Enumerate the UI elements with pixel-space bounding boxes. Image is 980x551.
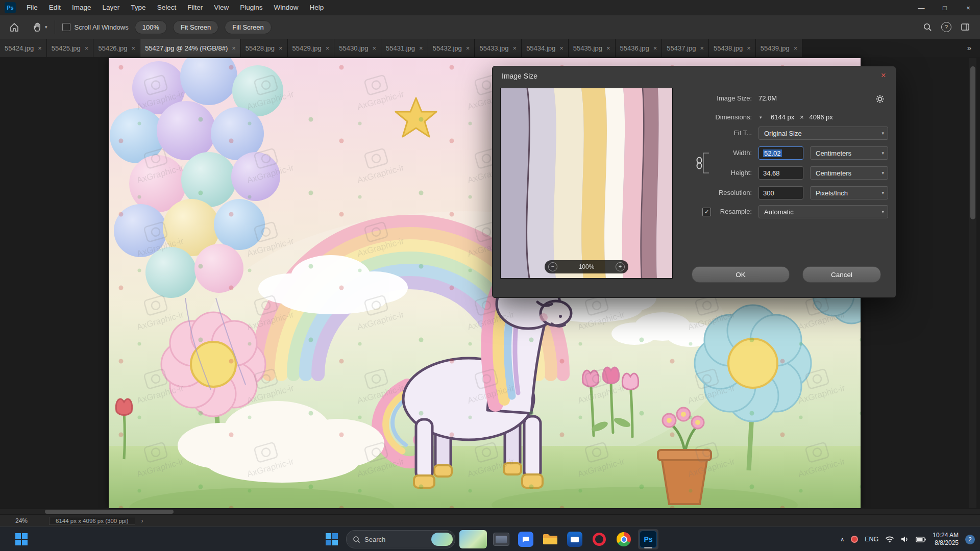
menu-image[interactable]: Image: [66, 0, 97, 15]
width-unit-select[interactable]: Centimeters ▾: [810, 146, 888, 160]
tab-55424[interactable]: 55424.jpg×: [0, 39, 47, 57]
zoom-out-button[interactable]: −: [548, 262, 557, 271]
tab-55429[interactable]: 55429.jpg×: [288, 39, 335, 57]
window-close-button[interactable]: ×: [957, 0, 980, 15]
tab-close-icon[interactable]: ×: [326, 44, 330, 52]
maximize-button[interactable]: □: [933, 0, 957, 15]
tab-close-icon[interactable]: ×: [513, 44, 517, 52]
width-input[interactable]: 52.02: [758, 146, 803, 160]
tab-55438[interactable]: 55438.jpg×: [709, 39, 756, 57]
tab-55426[interactable]: 55426.jpg×: [93, 39, 140, 57]
battery-icon[interactable]: [916, 537, 926, 542]
resolution-unit-select[interactable]: Pixels/Inch ▾: [810, 186, 888, 199]
resample-select[interactable]: Automatic ▾: [758, 205, 888, 218]
volume-icon[interactable]: [901, 536, 909, 543]
photoshop-app-icon[interactable]: Ps: [5, 2, 16, 13]
help-icon[interactable]: ?: [941, 22, 951, 32]
dimensions-dropdown-icon[interactable]: ▾: [760, 111, 762, 124]
taskbar-search-box[interactable]: Search: [346, 530, 455, 548]
menu-filter[interactable]: Filter: [182, 0, 208, 15]
file-explorer-button[interactable]: [540, 529, 560, 549]
tray-app-icon[interactable]: [851, 536, 858, 543]
menu-type[interactable]: Type: [125, 0, 151, 15]
tab-55435[interactable]: 55435.jpg×: [569, 39, 616, 57]
tab-close-icon[interactable]: ×: [372, 44, 376, 52]
tab-55427-active[interactable]: 55427.jpg @ 24% (RGB/8#)×: [140, 39, 241, 57]
photoshop-taskbar-button[interactable]: Ps: [638, 529, 658, 549]
tab-close-icon[interactable]: ×: [559, 44, 564, 52]
start-button[interactable]: [13, 531, 30, 547]
ok-button[interactable]: OK: [692, 266, 790, 283]
scroll-all-windows-checkbox[interactable]: [62, 23, 70, 31]
language-indicator[interactable]: ENG: [865, 536, 878, 543]
tab-close-icon[interactable]: ×: [85, 44, 89, 52]
fit-to-select[interactable]: Original Size ▾: [758, 127, 888, 140]
task-view-button[interactable]: [491, 529, 511, 549]
notification-badge[interactable]: 2: [965, 535, 975, 544]
tab-55434[interactable]: 55434.jpg×: [522, 39, 569, 57]
fit-screen-button[interactable]: Fit Screen: [173, 20, 218, 34]
vertical-scrollbar[interactable]: [969, 58, 976, 508]
tab-55439[interactable]: 55439.jpg×: [756, 39, 803, 57]
minimize-button[interactable]: —: [910, 0, 933, 15]
hand-tool-dropdown-icon[interactable]: ▾: [45, 24, 47, 30]
resolution-input[interactable]: 300: [758, 186, 803, 199]
fill-screen-button[interactable]: Fill Screen: [225, 20, 271, 34]
tab-close-icon[interactable]: ×: [653, 44, 657, 52]
gear-icon[interactable]: [875, 94, 885, 104]
tab-close-icon[interactable]: ×: [419, 44, 423, 52]
tab-close-icon[interactable]: ×: [700, 44, 704, 52]
tab-overflow-chevron-icon[interactable]: »: [959, 39, 980, 57]
tab-close-icon[interactable]: ×: [38, 44, 42, 52]
tab-55431[interactable]: 55431.jpg×: [381, 39, 428, 57]
menu-file[interactable]: File: [21, 0, 43, 15]
search-highlight-thumbnail[interactable]: [431, 533, 453, 546]
menu-window[interactable]: Window: [268, 0, 304, 15]
tab-close-icon[interactable]: ×: [606, 44, 610, 52]
chrome-button[interactable]: [614, 529, 634, 549]
cancel-button[interactable]: Cancel: [802, 266, 881, 283]
teams-chat-button[interactable]: [516, 529, 536, 549]
zoom-in-button[interactable]: +: [616, 262, 625, 271]
panels-icon[interactable]: [961, 22, 970, 32]
tab-close-icon[interactable]: ×: [279, 44, 283, 52]
zoom-100-button[interactable]: 100%: [135, 20, 167, 34]
tab-close-icon[interactable]: ×: [132, 44, 136, 52]
outlook-button[interactable]: [565, 529, 585, 549]
search-icon[interactable]: [923, 22, 932, 32]
chat-icon: [518, 532, 533, 547]
height-input[interactable]: 34.68: [758, 166, 803, 180]
menu-layer[interactable]: Layer: [97, 0, 126, 15]
tray-expand-chevron-icon[interactable]: ∧: [840, 536, 844, 543]
widgets-button[interactable]: [459, 530, 487, 548]
tab-close-icon[interactable]: ×: [232, 44, 236, 52]
menu-select[interactable]: Select: [152, 0, 182, 15]
dialog-close-button[interactable]: ×: [878, 70, 889, 81]
tab-close-icon[interactable]: ×: [794, 44, 798, 52]
tab-close-icon[interactable]: ×: [747, 44, 751, 52]
hand-tool-icon[interactable]: [33, 22, 43, 32]
vertical-scrollbar-thumb[interactable]: [970, 66, 975, 219]
home-icon[interactable]: [9, 22, 19, 32]
tab-55433[interactable]: 55433.jpg×: [475, 39, 522, 57]
tab-55428[interactable]: 55428.jpg×: [241, 39, 288, 57]
horizontal-scrollbar-thumb[interactable]: [45, 510, 174, 514]
tab-close-icon[interactable]: ×: [466, 44, 470, 52]
opera-button[interactable]: [589, 529, 609, 549]
tab-55430[interactable]: 55430.jpg×: [334, 39, 381, 57]
status-zoom-field[interactable]: 24%: [15, 517, 28, 524]
menu-help[interactable]: Help: [304, 0, 329, 15]
taskbar-clock[interactable]: 10:24 AM 8/8/2025: [933, 532, 959, 547]
photoshop-window: Ps File Edit Image Layer Type Select Fil…: [0, 0, 980, 551]
wifi-icon[interactable]: [885, 536, 894, 543]
menu-plugins[interactable]: Plugins: [234, 0, 268, 15]
height-unit-select[interactable]: Centimeters ▾: [810, 166, 888, 180]
menu-view[interactable]: View: [208, 0, 234, 15]
tab-55437[interactable]: 55437.jpg×: [662, 39, 709, 57]
menu-edit[interactable]: Edit: [43, 0, 66, 15]
tab-55432[interactable]: 55432.jpg×: [428, 39, 475, 57]
tab-55425[interactable]: 55425.jpg×: [47, 39, 94, 57]
status-chevron-icon[interactable]: ›: [141, 517, 143, 524]
start-menu-button[interactable]: [322, 529, 342, 549]
tab-55436[interactable]: 55436.jpg×: [616, 39, 663, 57]
